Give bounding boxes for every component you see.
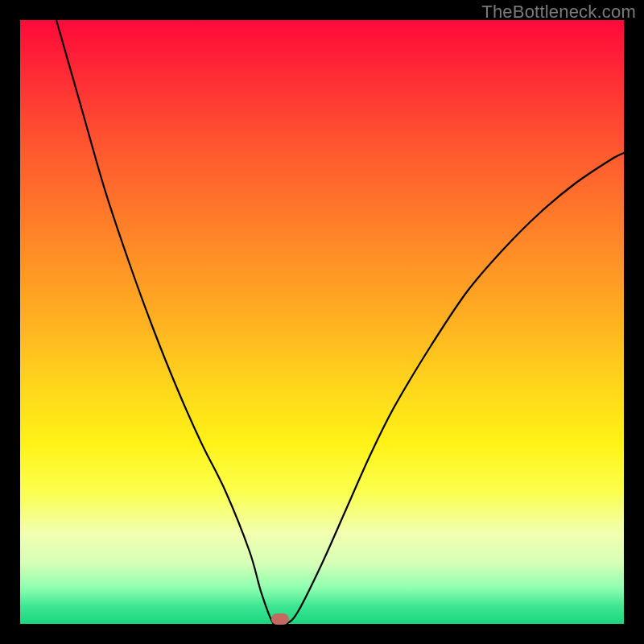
chart-frame: TheBottleneck.com <box>0 0 644 644</box>
plot-area <box>20 20 624 624</box>
bottleneck-curve <box>20 20 624 624</box>
optimal-point-marker <box>271 613 289 625</box>
curve-path <box>56 20 624 624</box>
